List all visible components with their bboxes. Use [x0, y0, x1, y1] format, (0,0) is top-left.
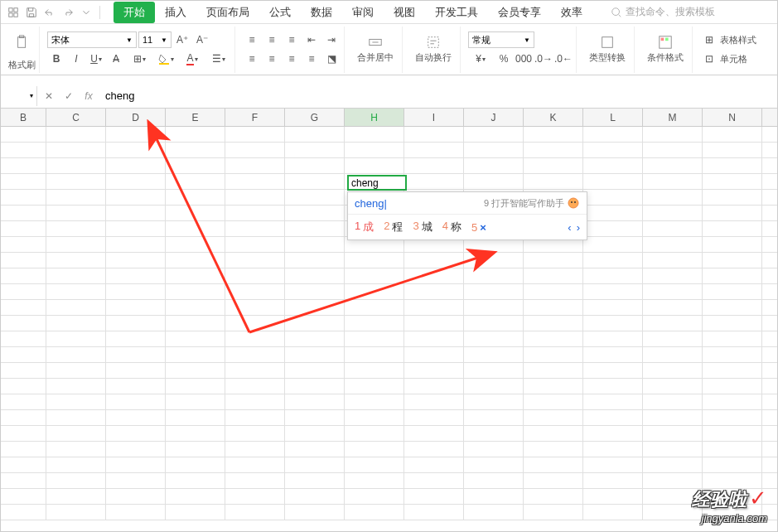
underline-button[interactable]: U▾	[87, 51, 105, 67]
cell[interactable]	[345, 347, 404, 362]
ime-candidate[interactable]: 2程	[384, 220, 403, 235]
cell[interactable]	[464, 363, 524, 378]
fx-icon[interactable]: fx	[82, 89, 95, 103]
cell[interactable]	[225, 253, 285, 268]
ime-next-icon[interactable]: ›	[577, 221, 580, 234]
cell[interactable]	[345, 442, 404, 457]
cell[interactable]	[46, 394, 106, 409]
name-box[interactable]: ▾	[1, 86, 37, 106]
cell[interactable]	[225, 127, 285, 142]
cell[interactable]	[643, 158, 703, 173]
cell[interactable]	[404, 473, 464, 488]
tab-view[interactable]: 视图	[384, 2, 425, 23]
cell[interactable]	[345, 394, 404, 409]
cell[interactable]	[106, 505, 166, 520]
cell[interactable]	[404, 284, 464, 299]
strikethrough-button[interactable]: A̶	[107, 51, 125, 67]
cell[interactable]	[166, 473, 225, 488]
percent-button[interactable]: %	[495, 51, 513, 67]
cell[interactable]	[404, 410, 464, 425]
cell[interactable]	[46, 426, 106, 441]
cell[interactable]	[345, 253, 404, 268]
cell[interactable]	[583, 410, 643, 425]
cell[interactable]	[643, 206, 703, 220]
cell[interactable]	[166, 206, 225, 220]
cell[interactable]	[225, 426, 285, 441]
cell[interactable]	[524, 127, 583, 142]
cell[interactable]	[643, 268, 703, 283]
cell[interactable]	[1, 268, 46, 283]
cell[interactable]	[464, 316, 524, 331]
cell[interactable]	[583, 253, 643, 268]
cell[interactable]	[46, 347, 106, 362]
table-style-icon[interactable]: ⊞	[700, 31, 718, 48]
cell[interactable]	[106, 316, 166, 331]
cell[interactable]	[285, 253, 345, 268]
cell[interactable]	[643, 300, 703, 315]
cell[interactable]	[1, 331, 46, 346]
table-style-label[interactable]: 表格样式	[720, 34, 756, 46]
cell[interactable]	[583, 158, 643, 173]
home-icon[interactable]	[5, 4, 22, 21]
cell[interactable]	[524, 347, 583, 362]
cell[interactable]	[583, 221, 643, 236]
number-format-select[interactable]: 常规▼	[468, 31, 534, 48]
cell[interactable]	[464, 253, 524, 268]
cell[interactable]	[345, 505, 404, 520]
cell[interactable]	[106, 457, 166, 472]
cell[interactable]	[1, 442, 46, 457]
cell[interactable]	[166, 316, 225, 331]
cell[interactable]	[106, 190, 166, 205]
cell[interactable]	[345, 268, 404, 283]
cell[interactable]	[46, 268, 106, 283]
cell[interactable]	[703, 206, 762, 220]
cell[interactable]	[46, 457, 106, 472]
cell[interactable]	[46, 379, 106, 394]
align-middle-button[interactable]: ≡	[263, 31, 281, 48]
cell[interactable]	[464, 426, 524, 441]
cell[interactable]	[583, 505, 643, 520]
cell[interactable]	[583, 394, 643, 409]
cell[interactable]	[703, 363, 762, 378]
phonetic-button[interactable]: ☰▾	[206, 51, 231, 67]
wrap-button[interactable]: 自动换行	[410, 29, 457, 70]
cell[interactable]	[524, 442, 583, 457]
cell[interactable]	[464, 457, 524, 472]
align-center-button[interactable]: ≡	[263, 51, 281, 67]
cell[interactable]	[464, 143, 524, 157]
cell[interactable]	[583, 190, 643, 205]
col-header-H[interactable]: H	[345, 109, 404, 126]
cell[interactable]	[46, 363, 106, 378]
cell[interactable]	[464, 300, 524, 315]
cell[interactable]	[225, 473, 285, 488]
cell[interactable]	[285, 174, 345, 189]
cancel-icon[interactable]: ✕	[42, 89, 56, 103]
cell[interactable]	[464, 284, 524, 299]
cell[interactable]	[583, 143, 643, 157]
search-box[interactable]: 查找命令、搜索模板	[611, 5, 715, 19]
cell[interactable]	[46, 143, 106, 157]
cell[interactable]	[345, 363, 404, 378]
cell[interactable]	[643, 363, 703, 378]
cell[interactable]	[106, 284, 166, 299]
cell[interactable]	[285, 347, 345, 362]
cell[interactable]	[225, 237, 285, 252]
cell[interactable]	[583, 268, 643, 283]
cell[interactable]	[524, 426, 583, 441]
cell[interactable]	[106, 174, 166, 189]
cell[interactable]	[225, 221, 285, 236]
cell[interactable]	[285, 300, 345, 315]
cell[interactable]	[643, 253, 703, 268]
cell[interactable]	[46, 489, 106, 504]
font-size-select[interactable]: 11▼	[138, 31, 172, 48]
tab-review[interactable]: 审阅	[342, 2, 384, 23]
tab-dev[interactable]: 开发工具	[425, 2, 488, 23]
cell[interactable]	[524, 253, 583, 268]
cell[interactable]	[106, 426, 166, 441]
cell[interactable]	[703, 237, 762, 252]
cell[interactable]	[285, 379, 345, 394]
tab-vip[interactable]: 会员专享	[488, 2, 551, 23]
cell[interactable]	[106, 410, 166, 425]
cell[interactable]	[524, 316, 583, 331]
tab-formula[interactable]: 公式	[259, 2, 301, 23]
